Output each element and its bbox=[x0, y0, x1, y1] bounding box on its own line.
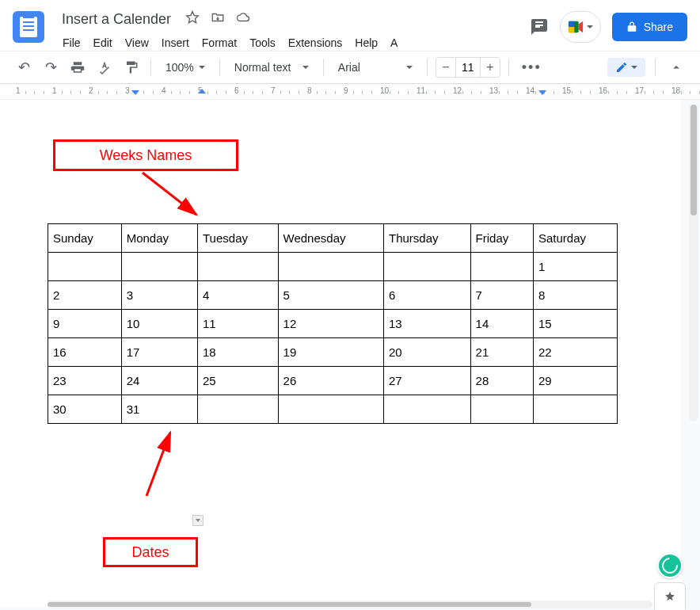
calendar-date-cell[interactable]: 19 bbox=[278, 338, 383, 367]
calendar-date-cell[interactable] bbox=[48, 253, 122, 281]
calendar-date-cell[interactable]: 4 bbox=[198, 281, 279, 310]
font-size-increase[interactable]: + bbox=[481, 58, 500, 77]
calendar-date-cell[interactable]: 17 bbox=[121, 338, 197, 367]
calendar-date-cell[interactable]: 3 bbox=[121, 281, 197, 310]
print-button[interactable] bbox=[67, 56, 89, 78]
calendar-date-cell[interactable]: 25 bbox=[198, 367, 279, 395]
vertical-scrollbar[interactable] bbox=[689, 105, 698, 421]
spellcheck-button[interactable] bbox=[93, 56, 116, 78]
font-value: Arial bbox=[338, 61, 360, 74]
calendar-date-cell[interactable]: 5 bbox=[278, 281, 383, 310]
calendar-date-cell[interactable]: 8 bbox=[533, 281, 617, 310]
comments-icon[interactable] bbox=[530, 17, 549, 36]
paragraph-style-selector[interactable]: Normal text bbox=[228, 58, 315, 77]
menu-insert[interactable]: Insert bbox=[156, 33, 195, 52]
calendar-date-cell[interactable]: 16 bbox=[48, 338, 122, 367]
calendar-table[interactable]: SundayMondayTuesdayWednesdayThursdayFrid… bbox=[48, 223, 618, 424]
explore-button[interactable] bbox=[654, 582, 686, 610]
calendar-date-cell[interactable]: 22 bbox=[533, 338, 617, 367]
calendar-date-cell[interactable]: 12 bbox=[278, 310, 383, 338]
chevron-down-icon bbox=[406, 66, 413, 69]
calendar-date-cell[interactable]: 13 bbox=[383, 310, 470, 338]
redo-button[interactable] bbox=[40, 56, 62, 78]
move-icon[interactable] bbox=[211, 10, 225, 28]
calendar-date-cell[interactable]: 10 bbox=[121, 310, 197, 338]
font-size-decrease[interactable]: − bbox=[436, 58, 455, 77]
calendar-date-cell[interactable]: 31 bbox=[121, 395, 197, 424]
calendar-date-cell[interactable] bbox=[278, 253, 383, 281]
calendar-date-cell[interactable] bbox=[121, 253, 197, 281]
calendar-date-cell[interactable] bbox=[533, 395, 617, 424]
calendar-date-cell[interactable]: 14 bbox=[470, 310, 533, 338]
ruler-tick: 3 bbox=[125, 86, 130, 95]
svg-rect-2 bbox=[569, 27, 574, 32]
calendar-header-cell[interactable]: Thursday bbox=[383, 224, 470, 253]
undo-button[interactable] bbox=[13, 56, 35, 78]
menu-extensions[interactable]: Extensions bbox=[283, 33, 348, 52]
chevron-down-icon bbox=[631, 66, 637, 69]
meet-button[interactable] bbox=[560, 11, 601, 43]
cell-options-icon[interactable] bbox=[192, 515, 204, 526]
calendar-date-cell[interactable] bbox=[383, 253, 470, 281]
grammarly-icon[interactable] bbox=[657, 553, 683, 578]
share-button[interactable]: Share bbox=[612, 13, 687, 41]
calendar-date-cell[interactable]: 24 bbox=[121, 367, 197, 395]
table-row: 3031 bbox=[48, 395, 618, 424]
cloud-status-icon[interactable] bbox=[236, 10, 250, 28]
calendar-header-cell[interactable]: Sunday bbox=[48, 224, 122, 253]
table-row: 16171819202122 bbox=[48, 338, 618, 367]
ruler-tick: 1 bbox=[52, 86, 57, 95]
calendar-header-cell[interactable]: Saturday bbox=[533, 224, 617, 253]
font-selector[interactable]: Arial bbox=[332, 58, 419, 77]
editing-mode-button[interactable] bbox=[607, 58, 645, 77]
calendar-date-cell[interactable]: 26 bbox=[278, 367, 383, 395]
more-tools-button[interactable]: ••• bbox=[517, 59, 546, 76]
calendar-date-cell[interactable] bbox=[198, 395, 279, 424]
calendar-date-cell[interactable] bbox=[470, 253, 533, 281]
calendar-date-cell[interactable]: 23 bbox=[48, 367, 122, 395]
collapse-toolbar-button[interactable] bbox=[665, 56, 687, 78]
calendar-date-cell[interactable]: 30 bbox=[48, 395, 122, 424]
font-size-input[interactable]: 11 bbox=[455, 58, 481, 77]
calendar-date-cell[interactable]: 11 bbox=[198, 310, 279, 338]
calendar-date-cell[interactable] bbox=[383, 395, 470, 424]
table-row: 23242526272829 bbox=[48, 367, 618, 395]
calendar-date-cell[interactable]: 1 bbox=[533, 253, 617, 281]
calendar-date-cell[interactable]: 20 bbox=[383, 338, 470, 367]
calendar-date-cell[interactable]: 21 bbox=[470, 338, 533, 367]
calendar-date-cell[interactable]: 15 bbox=[533, 310, 617, 338]
calendar-date-cell[interactable]: 28 bbox=[470, 367, 533, 395]
calendar-date-cell[interactable]: 27 bbox=[383, 367, 470, 395]
menu-view[interactable]: View bbox=[120, 33, 154, 52]
calendar-date-cell[interactable]: 9 bbox=[48, 310, 122, 338]
calendar-header-cell[interactable]: Wednesday bbox=[278, 224, 383, 253]
document-page[interactable]: Weeks Names SundayMondayTuesdayWednesday… bbox=[0, 100, 681, 607]
calendar-date-cell[interactable] bbox=[198, 253, 279, 281]
calendar-date-cell[interactable]: 29 bbox=[533, 367, 617, 395]
annotation-dates-label: Dates bbox=[103, 537, 198, 567]
horizontal-ruler[interactable]: 1123456789101112131415161718 bbox=[0, 84, 700, 100]
menu-format[interactable]: Format bbox=[196, 33, 242, 52]
calendar-header-cell[interactable]: Friday bbox=[470, 224, 533, 253]
ruler-tick: 7 bbox=[271, 86, 276, 95]
menu-accessibility[interactable]: A bbox=[385, 33, 403, 52]
svg-line-3 bbox=[143, 173, 196, 215]
menu-tools[interactable]: Tools bbox=[244, 33, 281, 52]
docs-app-icon[interactable] bbox=[13, 11, 44, 43]
svg-line-4 bbox=[146, 433, 170, 496]
star-icon[interactable] bbox=[185, 10, 200, 28]
calendar-date-cell[interactable]: 6 bbox=[383, 281, 470, 310]
calendar-date-cell[interactable]: 7 bbox=[470, 281, 533, 310]
horizontal-scrollbar[interactable] bbox=[48, 600, 652, 608]
zoom-selector[interactable]: 100% bbox=[159, 58, 211, 77]
ruler-tick: 4 bbox=[162, 86, 166, 95]
paint-format-button[interactable] bbox=[120, 56, 143, 78]
calendar-date-cell[interactable] bbox=[278, 395, 383, 424]
calendar-date-cell[interactable]: 18 bbox=[198, 338, 279, 367]
calendar-date-cell[interactable]: 2 bbox=[48, 281, 122, 310]
menu-file[interactable]: File bbox=[57, 33, 86, 52]
calendar-date-cell[interactable] bbox=[470, 395, 533, 424]
document-title[interactable]: Insert a Calender bbox=[57, 10, 176, 29]
menu-edit[interactable]: Edit bbox=[88, 33, 118, 52]
menu-help[interactable]: Help bbox=[349, 33, 383, 52]
